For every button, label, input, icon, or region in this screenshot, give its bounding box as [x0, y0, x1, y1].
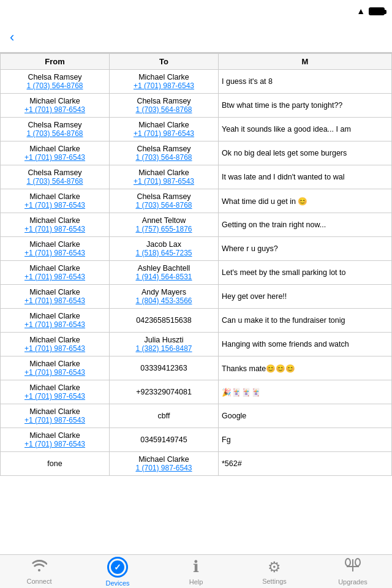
- table-row-from-10: Michael Clarke+1 (701) 987-6543: [1, 309, 110, 333]
- from-name-5: Michael Clarke: [4, 192, 106, 201]
- from-name-15: Michael Clarke: [4, 431, 106, 440]
- to-name-1: Chelsa Ramsey: [113, 97, 215, 105]
- table-row-msg-10: Can u make it to the fundraiser tonig: [219, 309, 392, 333]
- table-row-to-11: Julia Huszti1 (382) 156-8487: [110, 333, 219, 356]
- to-name-16: Michael Clarke: [113, 455, 215, 464]
- to-phone-6[interactable]: 1 (757) 655-1876: [113, 225, 215, 233]
- table-row-from-14: Michael Clarke+1 (701) 987-6543: [1, 404, 110, 428]
- from-name-7: Michael Clarke: [4, 240, 106, 249]
- from-phone-8[interactable]: +1 (701) 987-6543: [4, 273, 106, 281]
- from-name-10: Michael Clarke: [4, 312, 106, 320]
- table-row-from-11: Michael Clarke+1 (701) 987-6543: [1, 333, 110, 356]
- to-phone-0[interactable]: +1 (701) 987-6543: [113, 81, 215, 90]
- table-row-msg-1: Btw what time is the party tonight??: [219, 94, 392, 118]
- table-row-to-12: 03339412363: [110, 356, 219, 380]
- svg-point-1: [355, 559, 360, 566]
- table-row-from-12: Michael Clarke+1 (701) 987-6543: [1, 356, 110, 380]
- table-row-from-8: Michael Clarke+1 (701) 987-6543: [1, 261, 110, 285]
- table-row-msg-16: *562#: [219, 452, 392, 476]
- from-phone-2[interactable]: 1 (703) 564-8768: [4, 129, 106, 138]
- table-row-msg-14: Google: [219, 404, 392, 428]
- to-name-10: 0423658515638: [113, 316, 215, 325]
- from-phone-5[interactable]: +1 (701) 987-6543: [4, 201, 106, 209]
- tab-settings[interactable]: ⚙ Settings: [235, 559, 314, 585]
- table-row-msg-12: Thanks mate😊😊😊: [219, 356, 392, 380]
- table-row-from-5: Michael Clarke+1 (701) 987-6543: [1, 189, 110, 213]
- from-phone-7[interactable]: +1 (701) 987-6543: [4, 249, 106, 257]
- to-name-2: Michael Clarke: [113, 121, 215, 129]
- tab-devices[interactable]: ✓ Devices: [78, 557, 157, 587]
- from-phone-1[interactable]: +1 (701) 987-6543: [4, 105, 106, 114]
- tab-devices-label: Devices: [105, 579, 129, 587]
- from-phone-4[interactable]: 1 (703) 564-8768: [4, 177, 106, 186]
- to-name-5: Chelsa Ramsey: [113, 192, 215, 201]
- from-phone-3[interactable]: +1 (701) 987-6543: [4, 153, 106, 162]
- table-row-to-10: 0423658515638: [110, 309, 219, 333]
- to-phone-16[interactable]: 1 (701) 987-6543: [113, 464, 215, 472]
- from-phone-9[interactable]: +1 (701) 987-6543: [4, 296, 106, 305]
- tab-connect[interactable]: Connect: [0, 559, 78, 585]
- to-name-11: Julia Huszti: [113, 336, 215, 344]
- from-phone-11[interactable]: +1 (701) 987-6543: [4, 344, 106, 353]
- from-phone-10[interactable]: +1 (701) 987-6543: [4, 320, 106, 329]
- to-name-14: cbff: [113, 412, 215, 420]
- messages-table: From To M Chelsa Ramsey1 (703) 564-8768M…: [0, 53, 392, 476]
- table-row-to-2: Michael Clarke+1 (701) 987-6543: [110, 118, 219, 141]
- table-row-from-6: Michael Clarke+1 (701) 987-6543: [1, 213, 110, 237]
- from-phone-0[interactable]: 1 (703) 564-8768: [4, 81, 106, 90]
- to-phone-1[interactable]: 1 (703) 564-8768: [113, 105, 215, 114]
- table-row-to-5: Chelsa Ramsey1 (703) 564-8768: [110, 189, 219, 213]
- from-phone-6[interactable]: +1 (701) 987-6543: [4, 225, 106, 233]
- from-name-0: Chelsa Ramsey: [4, 73, 106, 81]
- table-row-from-7: Michael Clarke+1 (701) 987-6543: [1, 237, 110, 261]
- to-phone-2[interactable]: +1 (701) 987-6543: [113, 129, 215, 138]
- tab-help[interactable]: ℹ Help: [157, 557, 235, 586]
- nav-bar: ‹: [0, 22, 392, 53]
- table-row-from-0: Chelsa Ramsey1 (703) 564-8768: [1, 70, 110, 94]
- table-row-to-9: Andy Mayers1 (804) 453-3566: [110, 285, 219, 309]
- from-name-8: Michael Clarke: [4, 264, 106, 273]
- from-phone-14[interactable]: +1 (701) 987-6543: [4, 416, 106, 424]
- tab-upgrades-label: Upgrades: [338, 578, 368, 586]
- back-button[interactable]: ‹: [10, 29, 17, 45]
- to-phone-7[interactable]: 1 (518) 645-7235: [113, 249, 215, 257]
- table-row-from-15: Michael Clarke+1 (701) 987-6543: [1, 428, 110, 452]
- connect-icon: [31, 559, 47, 576]
- table-row-from-2: Chelsa Ramsey1 (703) 564-8768: [1, 118, 110, 141]
- table-row-msg-3: Ok no big deal lets get some burgers: [219, 141, 392, 165]
- table-row-from-3: Michael Clarke+1 (701) 987-6543: [1, 141, 110, 165]
- table-row-to-14: cbff: [110, 404, 219, 428]
- table-row-from-16: fone: [1, 452, 110, 476]
- from-phone-12[interactable]: +1 (701) 987-6543: [4, 368, 106, 377]
- table-row-to-3: Chelsa Ramsey1 (703) 564-8768: [110, 141, 219, 165]
- from-name-16: fone: [4, 459, 106, 468]
- status-right: ▲: [356, 6, 385, 16]
- from-name-13: Michael Clarke: [4, 383, 106, 392]
- to-phone-4[interactable]: +1 (701) 987-6543: [113, 177, 215, 186]
- to-phone-11[interactable]: 1 (382) 156-8487: [113, 344, 215, 353]
- to-name-0: Michael Clarke: [113, 73, 215, 81]
- table-row-to-16: Michael Clarke1 (701) 987-6543: [110, 452, 219, 476]
- table-row-msg-5: What time did u get in 😊: [219, 189, 392, 213]
- devices-circle: ✓: [107, 557, 128, 578]
- col-header-msg: M: [219, 54, 392, 70]
- to-phone-3[interactable]: 1 (703) 564-8768: [113, 153, 215, 162]
- from-name-12: Michael Clarke: [4, 360, 106, 368]
- tab-upgrades[interactable]: Upgrades: [314, 558, 392, 586]
- from-phone-13[interactable]: +1 (701) 987-6543: [4, 392, 106, 401]
- tab-bar: Connect ✓ Devices ℹ Help ⚙ Settings Upgr…: [0, 554, 392, 588]
- from-name-4: Chelsa Ramsey: [4, 168, 106, 177]
- to-phone-8[interactable]: 1 (914) 564-8531: [113, 273, 215, 281]
- battery-icon: [369, 7, 385, 15]
- table-row-msg-15: Fg: [219, 428, 392, 452]
- to-phone-9[interactable]: 1 (804) 453-3566: [113, 296, 215, 305]
- table-row-from-1: Michael Clarke+1 (701) 987-6543: [1, 94, 110, 118]
- to-phone-5[interactable]: 1 (703) 564-8768: [113, 201, 215, 209]
- settings-gear-icon: ⚙: [268, 559, 281, 576]
- from-name-1: Michael Clarke: [4, 97, 106, 105]
- table-row-to-15: 03459149745: [110, 428, 219, 452]
- table-row-to-4: Michael Clarke+1 (701) 987-6543: [110, 165, 219, 189]
- from-name-11: Michael Clarke: [4, 336, 106, 344]
- from-phone-15[interactable]: +1 (701) 987-6543: [4, 440, 106, 448]
- table-row-to-8: Ashley Bachtell1 (914) 564-8531: [110, 261, 219, 285]
